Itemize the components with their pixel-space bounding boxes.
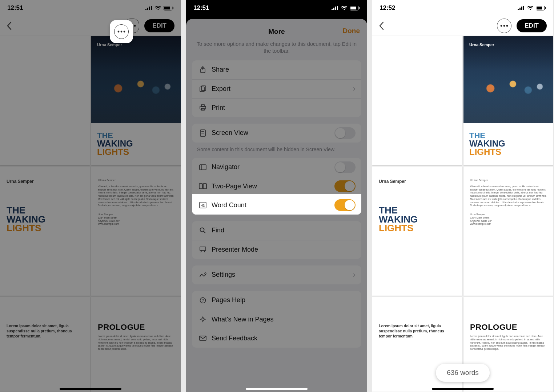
svg-rect-0 [145, 9, 146, 10]
page-prologue: PROLOGUE Lorem ipsum dolor sit amet, lig… [91, 297, 181, 392]
done-button[interactable]: Done [343, 27, 360, 35]
svg-point-18 [344, 9, 345, 10]
home-indicator [60, 388, 121, 390]
title-author: Urna Semper [379, 179, 455, 184]
edit-button[interactable]: EDIT [517, 19, 547, 32]
row-export[interactable]: Export › [192, 79, 361, 98]
row-word-count[interactable]: 42 Word Count [192, 196, 361, 215]
page-dedication: Lorem ipsum dolor sit amet, ligula suspe… [0, 297, 90, 392]
sheet-header: More Done [186, 24, 367, 39]
svg-rect-20 [350, 7, 356, 9]
toolbar: EDIT [0, 16, 181, 36]
toggle-two-page[interactable] [334, 180, 356, 192]
svg-rect-45 [200, 336, 206, 340]
home-indicator [246, 388, 308, 390]
toggle-word-count[interactable] [334, 199, 356, 211]
status-bar: 12:51 [186, 0, 367, 16]
toggle-navigator[interactable] [334, 161, 356, 173]
back-button[interactable] [7, 21, 13, 31]
row-print[interactable]: Print [192, 98, 361, 117]
dedication-text: Lorem ipsum dolor sit amet, ligula suspe… [379, 323, 455, 339]
sparkle-icon [198, 316, 208, 323]
group-view-options: Navigator Two-Page View 42 Word Count [192, 158, 361, 215]
svg-rect-26 [201, 105, 204, 107]
more-button[interactable] [497, 19, 511, 33]
svg-point-55 [503, 25, 505, 27]
edit-button[interactable]: EDIT [144, 19, 174, 32]
toggle-screen-view[interactable] [334, 127, 356, 139]
back-button[interactable] [379, 21, 385, 31]
status-indicators [145, 6, 174, 11]
credits-para: Vitae elit, a bendus maesebus enim, quem… [98, 185, 174, 207]
svg-point-42 [205, 273, 206, 274]
row-send-feedback[interactable]: Send Feedback [192, 329, 361, 348]
status-indicators [332, 6, 360, 11]
row-navigator[interactable]: Navigator [192, 158, 361, 177]
help-icon: ? [198, 297, 208, 304]
row-find[interactable]: Find [192, 221, 361, 240]
svg-rect-6 [164, 7, 170, 9]
find-icon [198, 227, 208, 234]
wifi-icon [527, 6, 534, 10]
envelope-icon [198, 336, 208, 341]
svg-point-11 [118, 31, 120, 33]
title-line-the: THE [379, 206, 455, 215]
svg-point-50 [530, 9, 531, 10]
row-settings[interactable]: Settings › [192, 265, 361, 284]
more-button-highlight[interactable] [110, 20, 133, 43]
svg-rect-46 [518, 9, 519, 10]
row-send-feedback-label: Send Feedback [212, 335, 356, 342]
svg-rect-17 [337, 6, 338, 10]
chevron-icon: › [353, 270, 356, 280]
page-credits: © Urna Semper Vitae elit, a bendus maese… [463, 167, 553, 296]
row-presenter[interactable]: Presenter Mode [192, 240, 361, 259]
svg-rect-53 [545, 7, 546, 9]
screenshot-1: 12:51 EDIT Urna Semper THE [0, 0, 181, 392]
title-line-lights: LIGHTS [7, 224, 83, 233]
status-bar: 12:51 [0, 0, 181, 16]
credits-para: Vitae elit, a bendus maesebus enim, quem… [470, 185, 547, 207]
title-line-lights: LIGHTS [379, 224, 455, 233]
row-two-page-label: Two-Page View [212, 183, 334, 190]
document-canvas[interactable]: Urna Semper THE WAKING LIGHTS Urna Sempe… [0, 36, 181, 392]
row-screen-view[interactable]: Screen View [192, 124, 361, 143]
status-indicators [518, 6, 546, 11]
row-two-page[interactable]: Two-Page View [192, 177, 361, 196]
svg-point-37 [200, 228, 204, 232]
row-whats-new[interactable]: What's New in Pages [192, 310, 361, 329]
row-share[interactable]: Share [192, 60, 361, 79]
toolbar: EDIT [372, 16, 553, 36]
export-icon [198, 85, 208, 92]
svg-rect-47 [519, 8, 521, 10]
svg-rect-34 [203, 184, 206, 189]
page-blank [372, 36, 462, 165]
battery-icon [164, 6, 174, 11]
row-print-label: Print [212, 104, 356, 112]
document-canvas[interactable]: Urna Semper THE WAKING LIGHTS Urna Sempe… [372, 36, 553, 392]
wifi-icon [155, 6, 161, 10]
title-line-the: THE [7, 206, 83, 215]
row-settings-label: Settings [212, 271, 353, 279]
wifi-icon [341, 6, 348, 10]
sheet-subtitle: To see more options and make changes to … [186, 39, 367, 60]
word-count-pill[interactable]: 636 words [436, 364, 490, 382]
svg-rect-2 [149, 7, 150, 10]
status-time: 12:52 [380, 4, 395, 12]
page-blank [0, 36, 90, 165]
page-title: Urna Semper THE WAKING LIGHTS [0, 167, 90, 296]
word-count-icon: 42 [198, 202, 208, 208]
status-time: 12:51 [193, 4, 209, 12]
page-cover: Urna Semper THE WAKING LIGHTS [91, 36, 181, 165]
prologue-body: Lorem ipsum dolor sit amet, ligula hac m… [470, 335, 547, 351]
screenshot-2: 12:51 More Done To see more options and … [186, 0, 367, 392]
svg-line-38 [204, 231, 205, 233]
row-pages-help[interactable]: ? Pages Help [192, 291, 361, 310]
navigator-icon [198, 164, 208, 170]
svg-rect-21 [359, 7, 360, 9]
svg-rect-52 [537, 7, 542, 9]
screen-view-icon [198, 129, 208, 137]
row-pages-help-label: Pages Help [212, 296, 356, 304]
svg-rect-24 [201, 86, 206, 91]
credit-block: Urna Semper 1234 Main Street Anytown, St… [470, 213, 547, 226]
cover-author: Urna Semper [469, 43, 494, 47]
